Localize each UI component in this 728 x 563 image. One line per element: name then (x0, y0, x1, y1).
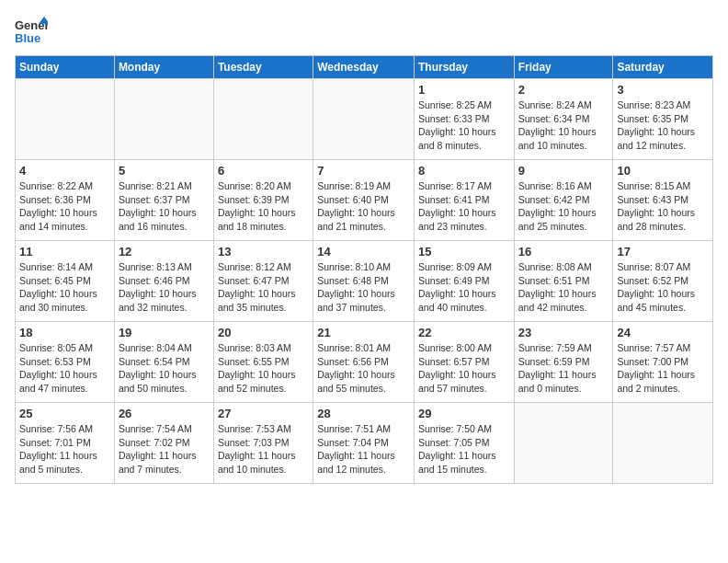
day-number: 6 (218, 164, 309, 178)
calendar-cell: 12Sunrise: 8:13 AM Sunset: 6:46 PM Dayli… (114, 241, 213, 322)
day-number: 7 (317, 164, 410, 178)
day-number: 3 (617, 83, 709, 97)
day-number: 23 (518, 326, 609, 339)
col-header-wednesday: Wednesday (313, 56, 415, 79)
day-info: Sunrise: 8:17 AM Sunset: 6:41 PM Dayligh… (418, 179, 510, 234)
week-row-4: 18Sunrise: 8:05 AM Sunset: 6:53 PM Dayli… (16, 322, 713, 403)
day-info: Sunrise: 8:07 AM Sunset: 6:52 PM Dayligh… (617, 260, 709, 315)
day-number: 25 (19, 407, 110, 420)
day-number: 18 (19, 326, 110, 339)
calendar-cell: 16Sunrise: 8:08 AM Sunset: 6:51 PM Dayli… (514, 241, 613, 322)
day-number: 9 (518, 164, 609, 178)
day-number: 24 (617, 326, 709, 339)
day-info: Sunrise: 8:10 AM Sunset: 6:48 PM Dayligh… (317, 260, 410, 315)
calendar-cell: 14Sunrise: 8:10 AM Sunset: 6:48 PM Dayli… (313, 241, 415, 322)
day-number: 10 (617, 164, 709, 178)
calendar-cell (213, 79, 313, 160)
day-info: Sunrise: 8:14 AM Sunset: 6:45 PM Dayligh… (19, 260, 110, 315)
calendar-cell: 28Sunrise: 7:51 AM Sunset: 7:04 PM Dayli… (313, 403, 415, 484)
day-number: 16 (518, 245, 609, 259)
calendar-cell: 8Sunrise: 8:17 AM Sunset: 6:41 PM Daylig… (414, 160, 514, 241)
week-row-1: 1Sunrise: 8:25 AM Sunset: 6:33 PM Daylig… (16, 79, 713, 160)
day-info: Sunrise: 8:05 AM Sunset: 6:53 PM Dayligh… (19, 341, 110, 396)
day-number: 13 (218, 245, 309, 259)
day-number: 15 (418, 245, 510, 259)
calendar-cell: 23Sunrise: 7:59 AM Sunset: 6:59 PM Dayli… (514, 322, 613, 403)
day-number: 17 (617, 245, 709, 259)
day-info: Sunrise: 8:16 AM Sunset: 6:42 PM Dayligh… (518, 179, 609, 234)
day-number: 20 (218, 326, 309, 339)
day-info: Sunrise: 8:19 AM Sunset: 6:40 PM Dayligh… (317, 179, 410, 234)
calendar-cell: 13Sunrise: 8:12 AM Sunset: 6:47 PM Dayli… (213, 241, 313, 322)
day-number: 27 (218, 407, 309, 420)
day-info: Sunrise: 8:22 AM Sunset: 6:36 PM Dayligh… (19, 179, 110, 234)
day-number: 14 (317, 245, 410, 259)
day-info: Sunrise: 8:21 AM Sunset: 6:37 PM Dayligh… (119, 179, 210, 234)
day-info: Sunrise: 7:51 AM Sunset: 7:04 PM Dayligh… (317, 422, 410, 477)
calendar-cell: 3Sunrise: 8:23 AM Sunset: 6:35 PM Daylig… (613, 79, 713, 160)
col-header-monday: Monday (114, 56, 213, 79)
day-number: 11 (19, 245, 110, 259)
calendar-cell (16, 79, 115, 160)
day-info: Sunrise: 8:24 AM Sunset: 6:34 PM Dayligh… (518, 98, 609, 153)
day-number: 12 (119, 245, 210, 259)
calendar-cell: 4Sunrise: 8:22 AM Sunset: 6:36 PM Daylig… (16, 160, 115, 241)
day-info: Sunrise: 8:15 AM Sunset: 6:43 PM Dayligh… (617, 179, 709, 234)
calendar-cell: 17Sunrise: 8:07 AM Sunset: 6:52 PM Dayli… (613, 241, 713, 322)
calendar-table: SundayMondayTuesdayWednesdayThursdayFrid… (15, 55, 713, 484)
day-info: Sunrise: 7:53 AM Sunset: 7:03 PM Dayligh… (218, 422, 309, 477)
day-number: 28 (317, 407, 410, 420)
calendar-cell: 21Sunrise: 8:01 AM Sunset: 6:56 PM Dayli… (313, 322, 415, 403)
calendar-cell: 11Sunrise: 8:14 AM Sunset: 6:45 PM Dayli… (16, 241, 115, 322)
day-number: 29 (418, 407, 510, 420)
calendar-cell: 26Sunrise: 7:54 AM Sunset: 7:02 PM Dayli… (114, 403, 213, 484)
calendar-cell: 19Sunrise: 8:04 AM Sunset: 6:54 PM Dayli… (114, 322, 213, 403)
day-info: Sunrise: 8:25 AM Sunset: 6:33 PM Dayligh… (418, 98, 510, 153)
day-info: Sunrise: 8:03 AM Sunset: 6:55 PM Dayligh… (218, 341, 309, 396)
calendar-cell (114, 79, 213, 160)
calendar-cell: 9Sunrise: 8:16 AM Sunset: 6:42 PM Daylig… (514, 160, 613, 241)
col-header-sunday: Sunday (16, 56, 115, 79)
calendar-cell: 25Sunrise: 7:56 AM Sunset: 7:01 PM Dayli… (16, 403, 115, 484)
day-number: 4 (19, 164, 110, 178)
day-info: Sunrise: 8:12 AM Sunset: 6:47 PM Dayligh… (218, 260, 309, 315)
calendar-cell: 29Sunrise: 7:50 AM Sunset: 7:05 PM Dayli… (414, 403, 514, 484)
day-info: Sunrise: 7:54 AM Sunset: 7:02 PM Dayligh… (119, 422, 210, 477)
day-info: Sunrise: 7:50 AM Sunset: 7:05 PM Dayligh… (418, 422, 510, 477)
day-info: Sunrise: 8:00 AM Sunset: 6:57 PM Dayligh… (418, 341, 510, 396)
calendar-cell: 20Sunrise: 8:03 AM Sunset: 6:55 PM Dayli… (213, 322, 313, 403)
day-number: 2 (518, 83, 609, 97)
col-header-saturday: Saturday (613, 56, 713, 79)
day-info: Sunrise: 8:09 AM Sunset: 6:49 PM Dayligh… (418, 260, 510, 315)
week-row-3: 11Sunrise: 8:14 AM Sunset: 6:45 PM Dayli… (16, 241, 713, 322)
calendar-cell: 1Sunrise: 8:25 AM Sunset: 6:33 PM Daylig… (414, 79, 514, 160)
day-info: Sunrise: 8:23 AM Sunset: 6:35 PM Dayligh… (617, 98, 709, 153)
day-info: Sunrise: 7:56 AM Sunset: 7:01 PM Dayligh… (19, 422, 110, 477)
col-header-tuesday: Tuesday (213, 56, 313, 79)
day-number: 26 (119, 407, 210, 420)
svg-text:Blue: Blue (15, 31, 40, 45)
day-info: Sunrise: 8:20 AM Sunset: 6:39 PM Dayligh… (218, 179, 309, 234)
week-row-2: 4Sunrise: 8:22 AM Sunset: 6:36 PM Daylig… (16, 160, 713, 241)
day-info: Sunrise: 8:01 AM Sunset: 6:56 PM Dayligh… (317, 341, 410, 396)
day-number: 19 (119, 326, 210, 339)
day-number: 22 (418, 326, 510, 339)
day-info: Sunrise: 8:08 AM Sunset: 6:51 PM Dayligh… (518, 260, 609, 315)
col-header-friday: Friday (514, 56, 613, 79)
calendar-cell (613, 403, 713, 484)
page-header: General Blue (15, 15, 713, 48)
logo: General Blue (15, 15, 48, 48)
calendar-cell: 2Sunrise: 8:24 AM Sunset: 6:34 PM Daylig… (514, 79, 613, 160)
day-info: Sunrise: 7:57 AM Sunset: 7:00 PM Dayligh… (617, 341, 709, 396)
logo-icon: General Blue (15, 15, 48, 48)
calendar-cell: 5Sunrise: 8:21 AM Sunset: 6:37 PM Daylig… (114, 160, 213, 241)
calendar-cell: 24Sunrise: 7:57 AM Sunset: 7:00 PM Dayli… (613, 322, 713, 403)
calendar-cell (514, 403, 613, 484)
day-number: 1 (418, 83, 510, 97)
day-number: 5 (119, 164, 210, 178)
calendar-cell: 15Sunrise: 8:09 AM Sunset: 6:49 PM Dayli… (414, 241, 514, 322)
calendar-cell: 27Sunrise: 7:53 AM Sunset: 7:03 PM Dayli… (213, 403, 313, 484)
calendar-cell: 22Sunrise: 8:00 AM Sunset: 6:57 PM Dayli… (414, 322, 514, 403)
day-number: 8 (418, 164, 510, 178)
day-info: Sunrise: 8:04 AM Sunset: 6:54 PM Dayligh… (119, 341, 210, 396)
